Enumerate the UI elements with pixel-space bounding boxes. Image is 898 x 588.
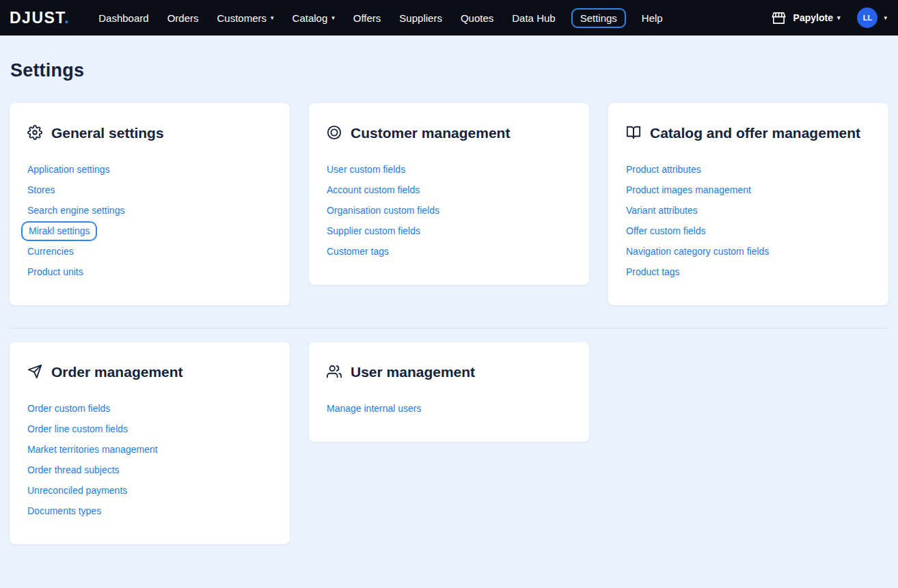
card-links: Manage internal users bbox=[327, 403, 571, 415]
gear-icon bbox=[27, 125, 42, 140]
chevron-down-icon: ▾ bbox=[331, 15, 335, 21]
card-order-management: Order management Order custom fields Ord… bbox=[10, 342, 290, 544]
target-icon bbox=[327, 125, 342, 140]
card-customer-management: Customer management User custom fields A… bbox=[309, 103, 589, 285]
nav-help[interactable]: Help bbox=[642, 12, 663, 24]
link-navigation-category-custom-fields[interactable]: Navigation category custom fields bbox=[626, 246, 769, 257]
card-title-label: General settings bbox=[51, 124, 164, 142]
card-catalog-offer-management: Catalog and offer management Product att… bbox=[608, 103, 888, 305]
nav-orders[interactable]: Orders bbox=[167, 12, 199, 24]
link-currencies[interactable]: Currencies bbox=[27, 246, 74, 257]
card-title: Order management bbox=[27, 363, 272, 381]
section-divider bbox=[10, 328, 888, 328]
logo-text: DJUST bbox=[10, 9, 64, 27]
card-title-label: Catalog and offer management bbox=[650, 124, 860, 142]
nav-catalog[interactable]: Catalog▾ bbox=[292, 12, 335, 24]
store-name-label: Papylote bbox=[793, 12, 833, 23]
link-order-line-custom-fields[interactable]: Order line custom fields bbox=[27, 423, 128, 435]
card-title: General settings bbox=[27, 124, 272, 142]
book-open-icon bbox=[626, 125, 641, 140]
nav-customers-label: Customers bbox=[217, 12, 267, 24]
users-icon bbox=[327, 364, 342, 379]
link-order-custom-fields[interactable]: Order custom fields bbox=[27, 403, 110, 415]
card-links: Application settings Stores Search engin… bbox=[27, 164, 272, 278]
nav-catalog-label: Catalog bbox=[292, 12, 328, 24]
link-application-settings[interactable]: Application settings bbox=[27, 164, 110, 176]
link-manage-internal-users[interactable]: Manage internal users bbox=[327, 403, 422, 415]
link-variant-attributes[interactable]: Variant attributes bbox=[626, 205, 698, 216]
link-product-units[interactable]: Product units bbox=[27, 266, 83, 278]
card-links: User custom fields Account custom fields… bbox=[327, 164, 571, 257]
link-account-custom-fields[interactable]: Account custom fields bbox=[327, 184, 420, 196]
navbar-right: Papylote▾ LL ▾ bbox=[770, 8, 887, 28]
link-user-custom-fields[interactable]: User custom fields bbox=[327, 164, 405, 176]
card-title-label: Order management bbox=[51, 363, 183, 381]
link-order-thread-subjects[interactable]: Order thread subjects bbox=[27, 464, 120, 476]
card-title-label: User management bbox=[351, 363, 475, 381]
cards-row-2: Order management Order custom fields Ord… bbox=[10, 342, 888, 544]
card-title: Catalog and offer management bbox=[626, 124, 871, 142]
nav-suppliers[interactable]: Suppliers bbox=[399, 12, 442, 24]
link-market-territories-management[interactable]: Market territories management bbox=[27, 444, 158, 456]
send-icon bbox=[27, 364, 42, 379]
link-offer-custom-fields[interactable]: Offer custom fields bbox=[626, 225, 705, 237]
chevron-down-icon[interactable]: ▾ bbox=[884, 15, 887, 21]
link-stores[interactable]: Stores bbox=[27, 184, 55, 196]
nav-settings[interactable]: Settings bbox=[571, 8, 626, 28]
link-search-engine-settings[interactable]: Search engine settings bbox=[27, 205, 124, 216]
store-icon[interactable] bbox=[770, 10, 787, 26]
settings-page: Settings General settings Application se… bbox=[0, 60, 898, 544]
link-customer-tags[interactable]: Customer tags bbox=[327, 246, 389, 257]
nav-customers[interactable]: Customers▾ bbox=[217, 12, 273, 24]
card-user-management: User management Manage internal users bbox=[309, 342, 589, 442]
nav-offers[interactable]: Offers bbox=[353, 12, 381, 24]
top-navbar: DJUST. Dashboard Orders Customers▾ Catal… bbox=[0, 0, 898, 36]
link-product-tags[interactable]: Product tags bbox=[626, 266, 680, 278]
link-mirakl-settings[interactable]: Mirakl settings bbox=[21, 221, 97, 241]
main-nav: Dashboard Orders Customers▾ Catalog▾ Off… bbox=[98, 12, 662, 24]
page-title: Settings bbox=[10, 60, 888, 81]
card-links: Product attributes Product images manage… bbox=[626, 164, 871, 278]
nav-dashboard[interactable]: Dashboard bbox=[98, 12, 148, 24]
card-title: User management bbox=[327, 363, 571, 381]
logo-dot: . bbox=[64, 9, 70, 27]
nav-data-hub[interactable]: Data Hub bbox=[512, 12, 555, 24]
card-title: Customer management bbox=[327, 124, 571, 142]
chevron-down-icon: ▾ bbox=[271, 15, 274, 21]
card-title-label: Customer management bbox=[351, 124, 510, 142]
card-links: Order custom fields Order line custom fi… bbox=[27, 403, 272, 517]
chevron-down-icon: ▾ bbox=[837, 15, 841, 21]
link-organisation-custom-fields[interactable]: Organisation custom fields bbox=[327, 205, 439, 216]
navbar-left: DJUST. Dashboard Orders Customers▾ Catal… bbox=[10, 9, 663, 27]
link-documents-types[interactable]: Documents types bbox=[27, 505, 101, 517]
cards-row-1: General settings Application settings St… bbox=[10, 103, 888, 305]
link-unreconciled-payments[interactable]: Unreconciled payments bbox=[27, 485, 127, 496]
store-selector[interactable]: Papylote▾ bbox=[793, 12, 841, 23]
avatar[interactable]: LL bbox=[857, 8, 877, 28]
link-supplier-custom-fields[interactable]: Supplier custom fields bbox=[327, 225, 420, 237]
djust-logo[interactable]: DJUST. bbox=[10, 9, 70, 27]
card-general-settings: General settings Application settings St… bbox=[10, 103, 290, 305]
nav-quotes[interactable]: Quotes bbox=[461, 12, 493, 24]
link-product-images-management[interactable]: Product images management bbox=[626, 184, 751, 196]
link-product-attributes[interactable]: Product attributes bbox=[626, 164, 701, 176]
